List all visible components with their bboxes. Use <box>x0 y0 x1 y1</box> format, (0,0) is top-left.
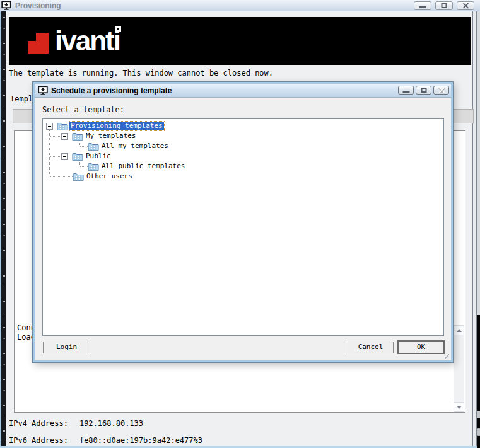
collapse-icon[interactable] <box>61 153 68 160</box>
ipv4-value: 192.168.80.133 <box>79 419 143 428</box>
provisioning-app-icon <box>1 1 11 11</box>
ipv6-label: IPv6 Address: <box>9 436 68 445</box>
status-message: The template is running. This window can… <box>9 69 273 78</box>
ivanti-wordmark: ivanti <box>55 25 120 56</box>
tree-item-my-templates[interactable]: My templates <box>43 131 443 141</box>
tree-item-other-users[interactable]: Other users <box>43 171 443 181</box>
panel-scrollbar[interactable] <box>454 325 464 412</box>
collapse-icon[interactable] <box>61 133 68 140</box>
select-template-label: Select a template: <box>42 105 124 114</box>
login-button-mnemonic: L <box>56 343 61 351</box>
login-button[interactable]: Login <box>43 342 90 353</box>
dialog-close-button[interactable] <box>433 86 449 95</box>
login-button-label: ogin <box>61 343 78 351</box>
schedule-template-dialog: Schedule a provisioning template Select … <box>33 82 453 362</box>
close-button[interactable] <box>457 1 474 10</box>
ivanti-logo-text: ivanti <box>55 22 120 60</box>
maximize-icon <box>442 3 447 8</box>
tree-item-all-public-templates[interactable]: All public templates <box>43 161 443 171</box>
cancel-button[interactable]: Cancel <box>348 342 394 353</box>
folder-icon <box>57 122 68 130</box>
tree-item-label[interactable]: All my templates <box>100 142 170 151</box>
desktop-icon-fragment <box>477 411 480 418</box>
folder-icon <box>88 142 99 151</box>
scroll-down-button[interactable] <box>454 402 464 412</box>
desktop-dark-area <box>477 315 480 448</box>
minimize-icon <box>419 6 426 8</box>
minimize-button[interactable] <box>414 1 431 10</box>
desktop-sliver-right <box>477 11 480 448</box>
tree-item-label[interactable]: Provisioning templates <box>69 122 164 130</box>
desktop-icon-fragment <box>477 428 480 436</box>
desktop-sliver-left <box>0 11 6 448</box>
provisioning-app-window: Provisioning ivanti The template is runn… <box>0 0 480 448</box>
dialog-icon <box>38 86 48 96</box>
tree-item-label[interactable]: My templates <box>85 132 137 141</box>
ivanti-banner: ivanti <box>9 17 471 65</box>
dialog-minimize-button[interactable] <box>398 86 414 95</box>
scroll-up-button[interactable] <box>454 325 464 335</box>
ivanti-logo: ivanti <box>28 22 120 60</box>
template-label: Templ <box>10 95 33 103</box>
main-window-title: Provisioning <box>15 1 61 10</box>
tree-item-public[interactable]: Public <box>43 151 443 161</box>
folder-icon <box>88 163 99 171</box>
maximize-icon <box>421 88 426 93</box>
ipv4-address-row: IPv4 Address:192.168.80.133 <box>9 419 143 428</box>
window-right-border <box>472 11 477 448</box>
tree-item-label[interactable]: Other users <box>85 172 134 181</box>
tree-item-label[interactable]: Public <box>85 152 112 161</box>
ivanti-tittle-square-icon <box>115 26 121 32</box>
collapse-icon[interactable] <box>46 123 53 130</box>
cancel-button-label: ancel <box>362 343 383 351</box>
ipv6-value: fe80::d0ae:197b:9a42:e477%3 <box>79 436 202 445</box>
ok-button-label: K <box>421 343 426 351</box>
dialog-maximize-button[interactable] <box>416 86 431 95</box>
minimize-icon <box>402 91 409 93</box>
dialog-titlebar[interactable]: Schedule a provisioning template <box>35 84 451 98</box>
tree-item-label[interactable]: All public templates <box>100 162 186 171</box>
template-tree[interactable]: Provisioning templates My templates All … <box>42 118 444 336</box>
folder-icon <box>73 173 84 181</box>
ipv6-address-row: IPv6 Address:fe80::d0ae:197b:9a42:e477%3 <box>9 436 202 445</box>
folder-icon <box>72 132 83 141</box>
arrow-down-icon <box>457 406 462 409</box>
ok-button-mnemonic: O <box>417 343 421 351</box>
maximize-button[interactable] <box>435 1 453 10</box>
arrow-up-icon <box>457 329 462 332</box>
folder-icon <box>72 152 83 161</box>
scrollbar-track[interactable] <box>454 335 464 402</box>
tree-item-provisioning-templates[interactable]: Provisioning templates <box>43 121 443 131</box>
tree-item-all-my-templates[interactable]: All my templates <box>43 141 443 151</box>
ipv4-label: IPv4 Address: <box>9 419 68 428</box>
ivanti-logo-mark-icon <box>28 33 49 54</box>
main-titlebar[interactable]: Provisioning <box>0 0 480 11</box>
ok-button[interactable]: OK <box>397 340 445 354</box>
dialog-title: Schedule a provisioning template <box>51 86 172 95</box>
